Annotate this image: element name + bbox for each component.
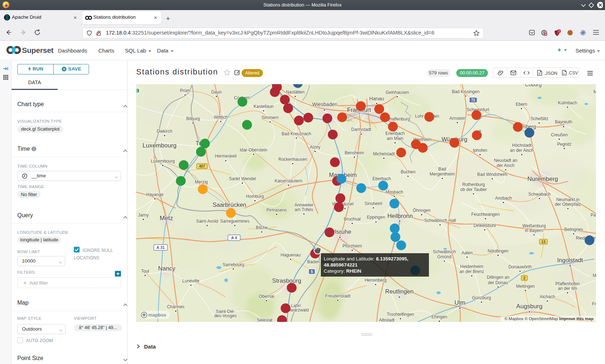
svg-text:Bad Kissingen: Bad Kissingen (452, 89, 480, 94)
svg-text:Annweiler: Annweiler (295, 203, 314, 208)
svg-text:ob der Tauber: ob der Tauber (460, 187, 487, 192)
svg-text:Neustadt an: Neustadt an (494, 158, 517, 163)
svg-text:der Donau: der Donau (488, 280, 508, 285)
svg-text:am Main: am Main (387, 136, 403, 141)
svg-text:Luxembourg: Luxembourg (151, 159, 175, 164)
svg-text:Heilbronn: Heilbronn (387, 213, 413, 219)
svg-text:Hermeskeil: Hermeskeil (215, 154, 237, 159)
svg-text:Jarny: Jarny (138, 213, 148, 218)
svg-text:mapbox: mapbox (148, 312, 167, 318)
svg-text:Herrenberg: Herrenberg (365, 278, 387, 283)
svg-text:Aalen: Aalen (462, 250, 473, 255)
svg-text:2: 2 (558, 29, 560, 33)
svg-text:Ehingen: Ehingen (431, 314, 447, 319)
svg-text:Höchstadt: Höchstadt (512, 143, 532, 148)
svg-text:Albstadt: Albstadt (379, 318, 395, 322)
svg-text:Bad Windsheim: Bad Windsheim (477, 172, 507, 177)
svg-text:Bad Kreuznach: Bad Kreuznach (282, 131, 311, 136)
svg-text:Coburg: Coburg (525, 84, 542, 87)
svg-text:Iphofen: Iphofen (473, 148, 487, 153)
svg-text:Nuremberg: Nuremberg (527, 176, 558, 182)
svg-text:Longitude and Latitude: 8.1359: Longitude and Latitude: 8.1359273095, (324, 256, 408, 261)
svg-text:Weißenburg: Weißenburg (522, 223, 546, 228)
svg-text:Darmstadt: Darmstadt (351, 127, 371, 132)
svg-text:Sinsheim: Sinsheim (364, 201, 382, 206)
svg-text:Sarreguemines: Sarreguemines (220, 219, 249, 224)
svg-text:Kastellaun: Kastellaun (254, 104, 274, 109)
svg-text:Obernai: Obernai (259, 294, 274, 299)
svg-text:Öhringen: Öhringen (413, 208, 430, 213)
svg-text:Luxembourg: Luxembourg (143, 142, 177, 149)
svg-text:2: 2 (523, 276, 525, 280)
svg-text:Nancy: Nancy (158, 265, 176, 272)
svg-text:Feuchtwangen: Feuchtwangen (471, 212, 500, 217)
svg-text:des-Vosges: des-Vosges (214, 313, 237, 318)
svg-text:Diekirch: Diekirch (157, 129, 172, 134)
svg-text:Michelstadt: Michelstadt (373, 151, 395, 156)
svg-text:Mosbach: Mosbach (386, 190, 403, 195)
svg-text:Buchen: Buchen (401, 169, 416, 174)
svg-text:13: 13 (541, 240, 546, 244)
svg-text:Idar-Oberstein: Idar-Oberstein (240, 147, 268, 153)
svg-text:der Aisch: der Aisch (497, 163, 514, 168)
svg-text:Simmern: Simmern (261, 115, 279, 120)
svg-text:Schwabach: Schwabach (528, 192, 551, 197)
svg-text:A 31: A 31 (157, 245, 165, 250)
svg-text:Rockenhausen: Rockenhausen (278, 157, 307, 162)
svg-text:Alzey: Alzey (310, 145, 320, 150)
svg-text:Wittlich: Wittlich (214, 115, 228, 120)
svg-text:Eppingen: Eppingen (367, 215, 385, 220)
svg-text:in Bayern: in Bayern (525, 228, 543, 233)
svg-text:Hanau: Hanau (369, 96, 384, 101)
svg-text:Homburg: Homburg (246, 194, 264, 199)
svg-text:5: 5 (311, 270, 313, 274)
svg-text:Pegnitz: Pegnitz (557, 142, 572, 147)
svg-text:Dinkelsbühl: Dinkelsbühl (474, 223, 496, 228)
svg-text:Neumarkt in: Neumarkt in (556, 197, 580, 202)
svg-text:Bad: Bad (438, 167, 446, 172)
svg-text:5: 5 (136, 89, 138, 93)
svg-text:Schwäbisch Hall: Schwäbisch Hall (424, 218, 456, 223)
svg-text:A 4: A 4 (231, 236, 238, 240)
svg-text:71: 71 (471, 98, 475, 102)
svg-text:Mergentheim: Mergentheim (430, 172, 455, 177)
svg-text:Hayange: Hayange (146, 192, 163, 197)
svg-text:Prüm: Prüm (180, 88, 191, 93)
svg-text:Parsberg: Parsberg (591, 213, 596, 218)
svg-text:Kaiserslautern: Kaiserslautern (275, 178, 302, 183)
svg-text:Gelnhausen: Gelnhausen (386, 90, 409, 95)
svg-text:Augsburg: Augsburg (516, 303, 543, 310)
svg-text:Schwäbisch: Schwäbisch (433, 249, 456, 254)
svg-text:an der Ilm: an der Ilm (558, 286, 577, 291)
svg-text:407: 407 (199, 164, 205, 168)
svg-text:Creußen: Creußen (551, 132, 568, 137)
svg-text:Metz: Metz (160, 215, 173, 222)
svg-text:Erlenbach: Erlenbach (385, 131, 405, 136)
svg-text:Toul: Toul (141, 269, 149, 274)
svg-text:an der Aisch: an der Aisch (510, 148, 534, 153)
svg-text:Mainburg: Mainburg (593, 273, 596, 278)
svg-text:Aichach: Aichach (540, 294, 555, 299)
svg-text:Dillingen an: Dillingen an (487, 275, 510, 280)
svg-text:Arnstein: Arnstein (449, 116, 465, 121)
svg-text:Pforzheim: Pforzheim (342, 244, 362, 249)
svg-text:Rothenburg: Rothenburg (462, 182, 485, 187)
svg-text:Charmes: Charmes (167, 304, 185, 309)
svg-text:Günzburg: Günzburg (472, 295, 491, 300)
svg-text:Eberbach: Eberbach (372, 176, 391, 181)
svg-text:Pirmasens: Pirmasens (266, 208, 287, 213)
svg-text:Bitche: Bitche (256, 225, 268, 230)
svg-text:Sankt Wendel: Sankt Wendel (229, 176, 256, 181)
svg-text:am Trifels: am Trifels (295, 207, 313, 212)
svg-text:Sélestat: Sélestat (257, 318, 273, 322)
svg-text:Heidenheim: Heidenheim (460, 264, 483, 269)
svg-text:der Oberpfalz: der Oberpfalz (555, 202, 581, 207)
svg-text:Lunéville: Lunéville (182, 278, 200, 283)
svg-text:x: x (563, 72, 565, 74)
svg-text:Merzig: Merzig (195, 179, 208, 185)
svg-text:an der Brenz: an der Brenz (460, 269, 484, 274)
svg-text:Saarbrücken: Saarbrücken (212, 201, 246, 208)
svg-text:Daun: Daun (211, 90, 222, 95)
svg-text:Ebern: Ebern (516, 102, 527, 107)
svg-text:Strasbourg: Strasbourg (272, 277, 301, 284)
